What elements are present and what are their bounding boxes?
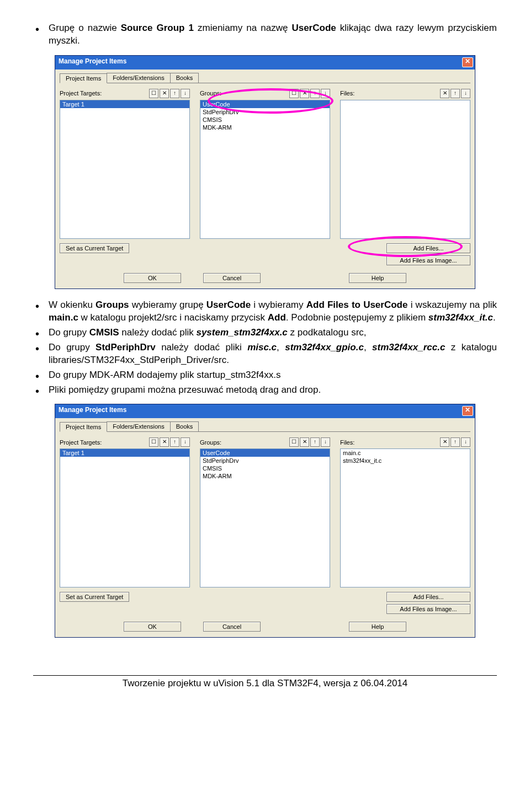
list-item: Do grupy StdPeriphDrv należy dodać pliki… xyxy=(33,341,497,367)
tab-folders[interactable]: Folders/Extensions xyxy=(107,421,171,431)
tab-books[interactable]: Books xyxy=(170,73,199,83)
dialog-title: Manage Project Items xyxy=(59,406,126,414)
delete-icon[interactable]: ✕ xyxy=(300,437,309,447)
label-files: Files: xyxy=(340,439,354,446)
down-icon[interactable]: ↓ xyxy=(461,89,470,98)
list-item[interactable]: StdPeriphDrv xyxy=(200,108,330,116)
column-files: Files: ✕ ↑ ↓ main.c stm32f4xx_it.c Add F… xyxy=(340,437,470,614)
bullet-list-mid: W okienku Groups wybieramy grupę UserCod… xyxy=(33,299,497,397)
tab-row: Project Items Folders/Extensions Books xyxy=(60,421,470,432)
list-item[interactable]: main.c xyxy=(341,449,470,457)
help-button[interactable]: Help xyxy=(349,622,406,632)
column-files: Files: ✕ ↑ ↓ Add Files... Add Files as I… xyxy=(340,89,470,265)
ok-button[interactable]: OK xyxy=(124,622,181,632)
label-targets: Project Targets: xyxy=(60,439,102,446)
groups-listbox[interactable]: UserCode StdPeriphDrv CMSIS MDK-ARM xyxy=(200,448,330,587)
add-files-image-button[interactable]: Add Files as Image... xyxy=(386,255,470,265)
up-icon[interactable]: ↑ xyxy=(310,437,320,447)
set-current-target-button[interactable]: Set as Current Target xyxy=(60,592,129,602)
delete-icon[interactable]: ✕ xyxy=(440,437,449,447)
list-item[interactable]: Target 1 xyxy=(60,100,189,108)
list-item[interactable]: UserCode xyxy=(200,449,330,457)
up-icon[interactable]: ↑ xyxy=(170,437,179,447)
down-icon[interactable]: ↓ xyxy=(181,437,190,447)
label-files: Files: xyxy=(340,90,354,97)
list-item[interactable]: UserCode xyxy=(200,100,330,108)
tab-folders[interactable]: Folders/Extensions xyxy=(107,73,171,83)
set-current-target-button[interactable]: Set as Current Target xyxy=(60,243,129,253)
new-icon[interactable]: ☐ xyxy=(289,437,299,447)
list-item[interactable]: Target 1 xyxy=(60,449,189,457)
up-icon[interactable]: ↑ xyxy=(451,437,460,447)
targets-listbox[interactable]: Target 1 xyxy=(60,448,190,587)
new-icon[interactable]: ☐ xyxy=(149,89,158,98)
close-icon[interactable]: ✕ xyxy=(462,406,473,416)
up-icon[interactable]: ↑ xyxy=(451,89,460,98)
column-targets: Project Targets: ☐ ✕ ↑ ↓ Target 1 Set as… xyxy=(60,89,190,265)
tab-project-items[interactable]: Project Items xyxy=(60,422,107,432)
up-icon[interactable]: ↑ xyxy=(170,89,179,98)
delete-icon[interactable]: ✕ xyxy=(440,89,449,98)
new-icon[interactable]: ☐ xyxy=(289,89,299,98)
dialog-titlebar[interactable]: Manage Project Items ✕ xyxy=(55,56,475,70)
down-icon[interactable]: ↓ xyxy=(321,89,330,98)
label-targets: Project Targets: xyxy=(60,90,102,97)
dialog-titlebar[interactable]: Manage Project Items ✕ xyxy=(55,404,475,418)
column-targets: Project Targets: ☐ ✕ ↑ ↓ Target 1 Set as… xyxy=(60,437,190,614)
list-item: Pliki pomiędzy grupami można przesuwać m… xyxy=(33,384,497,397)
list-item: Do grupy CMSIS należy dodać plik system_… xyxy=(33,327,497,339)
down-icon[interactable]: ↓ xyxy=(321,437,330,447)
tab-books[interactable]: Books xyxy=(170,421,199,431)
new-icon[interactable]: ☐ xyxy=(149,437,158,447)
files-listbox[interactable] xyxy=(340,100,470,239)
list-item: W okienku Groups wybieramy grupę UserCod… xyxy=(33,299,497,324)
targets-listbox[interactable]: Target 1 xyxy=(60,100,190,239)
list-item[interactable]: StdPeriphDrv xyxy=(200,457,330,464)
close-icon[interactable]: ✕ xyxy=(462,57,473,67)
list-item: Grupę o nazwie Source Group 1 zmieniamy … xyxy=(33,22,497,47)
cancel-button[interactable]: Cancel xyxy=(203,273,261,283)
down-icon[interactable]: ↓ xyxy=(181,89,190,98)
manage-project-items-dialog-1: Manage Project Items ✕ Project Items Fol… xyxy=(55,55,475,289)
manage-project-items-dialog-2: Manage Project Items ✕ Project Items Fol… xyxy=(55,404,475,638)
label-groups: Groups: xyxy=(200,439,221,446)
delete-icon[interactable]: ✕ xyxy=(160,437,169,447)
up-icon[interactable]: ↑ xyxy=(310,89,320,98)
add-files-button[interactable]: Add Files... xyxy=(386,243,470,253)
cancel-button[interactable]: Cancel xyxy=(203,622,261,632)
list-item[interactable]: stm32f4xx_it.c xyxy=(341,457,470,464)
add-files-image-button[interactable]: Add Files as Image... xyxy=(386,604,470,614)
files-listbox[interactable]: main.c stm32f4xx_it.c xyxy=(340,448,470,587)
page-footer: Tworzenie projektu w uVision 5.1 dla STM… xyxy=(0,678,530,699)
column-groups: Groups: ☐ ✕ ↑ ↓ UserCode StdPeriphDrv CM… xyxy=(200,437,330,614)
tab-project-items[interactable]: Project Items xyxy=(60,73,107,83)
help-button[interactable]: Help xyxy=(349,273,406,283)
list-item[interactable]: MDK-ARM xyxy=(200,124,330,131)
groups-listbox[interactable]: UserCode StdPeriphDrv CMSIS MDK-ARM xyxy=(200,100,330,239)
list-item[interactable]: MDK-ARM xyxy=(200,472,330,480)
tab-row: Project Items Folders/Extensions Books xyxy=(60,73,470,83)
list-item[interactable]: CMSIS xyxy=(200,464,330,472)
list-item[interactable]: CMSIS xyxy=(200,116,330,124)
ok-button[interactable]: OK xyxy=(124,273,181,283)
add-files-button[interactable]: Add Files... xyxy=(386,592,470,602)
label-groups: Groups: xyxy=(200,90,221,97)
delete-icon[interactable]: ✕ xyxy=(160,89,169,98)
bullet-list-top: Grupę o nazwie Source Group 1 zmieniamy … xyxy=(33,22,497,47)
list-item: Do grupy MDK-ARM dodajemy plik startup_s… xyxy=(33,369,497,382)
dialog-title: Manage Project Items xyxy=(59,57,126,65)
column-groups: Groups: ☐ ✕ ↑ ↓ UserCode StdPeriphDrv CM… xyxy=(200,89,330,265)
down-icon[interactable]: ↓ xyxy=(461,437,470,447)
delete-icon[interactable]: ✕ xyxy=(300,89,309,98)
